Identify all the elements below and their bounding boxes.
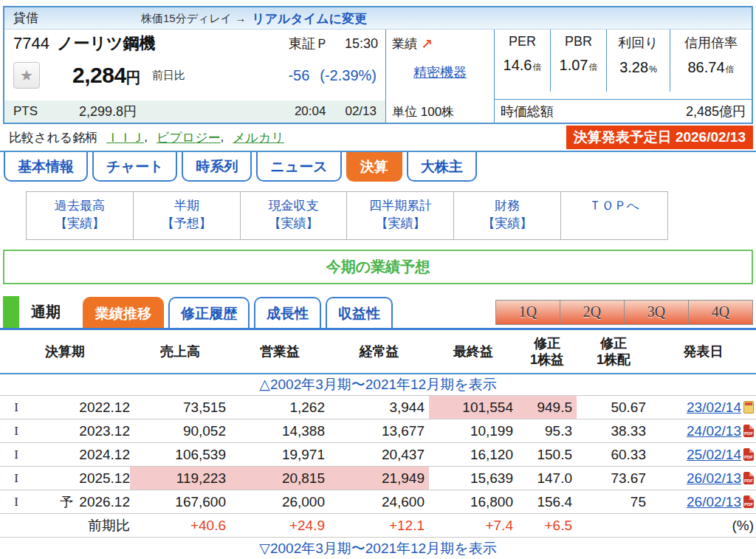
accounting-standard-mark: I [0, 424, 32, 439]
announcement-date-link[interactable]: 23/02/14 [687, 399, 741, 416]
star-icon: ★ [20, 66, 33, 84]
ptab-業績推移[interactable]: 業績推移 [83, 297, 164, 328]
delay-text: 株価15分ディレイ → [141, 12, 246, 26]
table-row: I2025.12119,22320,81521,94915,639147.073… [0, 467, 756, 490]
announcement-date-link[interactable]: 26/02/13 [687, 470, 741, 487]
realtime-switch-link[interactable]: リアルタイムに変更 [252, 10, 367, 27]
tab-時系列[interactable]: 時系列 [182, 152, 252, 182]
announcement-date-link[interactable]: 26/02/13 [687, 494, 741, 510]
compare-link-1[interactable]: ＩＩＪ [106, 129, 144, 146]
compare-link-3[interactable]: メルカリ [233, 129, 284, 146]
value-cell: 14,388 [230, 419, 329, 442]
expand-history-top-link[interactable]: △2002年3月期〜2021年12月期を表示 [259, 375, 496, 394]
performance-row: 業績 ↗ [386, 30, 494, 55]
tab-基本情報[interactable]: 基本情報 [4, 152, 88, 182]
main-tabs: 基本情報チャート時系列ニュース決算大株主 [0, 151, 756, 182]
value-cell: 24,600 [329, 490, 429, 513]
prev-day-label: 前日比 [152, 69, 185, 83]
table-row: I2023.1290,05214,38813,67710,19995.338.3… [0, 419, 756, 443]
submenu-半期[interactable]: 半期【予想】 [134, 192, 241, 239]
quarter-button-1Q[interactable]: 1Q [495, 300, 560, 325]
current-price: 2,284円 [72, 63, 140, 88]
performance-label: 業績 [392, 35, 417, 52]
green-accent-block [3, 296, 19, 328]
metric-label: PBR [565, 34, 592, 49]
submenu-line1: 過去最高 [27, 197, 133, 215]
submenu-line2: 【予想】 [134, 215, 240, 233]
submenu-line2: 【実績】 [241, 215, 347, 233]
submenu-line1: 財務 [454, 197, 560, 215]
delay-group: 株価15分ディレイ → リアルタイムに変更 [141, 7, 367, 30]
announcement-date-link[interactable]: 24/02/13 [687, 423, 741, 439]
period-tabs: 業績推移修正履歴成長性収益性 [83, 297, 393, 328]
metric-unit: 倍 [726, 64, 735, 75]
expand-history-bottom-link[interactable]: ▽2002年3月期〜2021年12月期を表示 [259, 539, 496, 558]
metric-信用倍率: 信用倍率86.74倍 [670, 30, 752, 92]
column-header: 修正 1株益 [518, 330, 577, 373]
pts-price: 2,299.8円 [79, 103, 137, 120]
table-row: I2024.12106,53919,97120,43716,120150.560… [0, 443, 756, 467]
quarter-button-2Q[interactable]: 2Q [560, 300, 625, 325]
ptab-収益性[interactable]: 収益性 [326, 297, 393, 328]
pdf-icon[interactable] [743, 472, 754, 484]
compare-link-2[interactable]: ビプロジー [157, 129, 221, 146]
pdf-icon[interactable] [743, 425, 754, 437]
table-header: 決算期売上高営業益経常益最終益修正 1株益修正 1株配発表日 [0, 330, 756, 374]
tab-決算[interactable]: 決算 [346, 152, 402, 182]
value-cell: 3,944 [329, 396, 429, 419]
value-cell: 19,971 [230, 443, 329, 466]
submenu-現金収支[interactable]: 現金収支【実績】 [241, 192, 348, 239]
ptab-成長性[interactable]: 成長性 [254, 297, 321, 328]
value-cell [577, 514, 650, 537]
tab-大株主[interactable]: 大株主 [407, 152, 477, 182]
metrics: PER14.6倍PBR1.07倍利回り3.28%信用倍率86.74倍 [495, 30, 752, 92]
metric-value: 14.6倍 [504, 57, 542, 74]
tab-チャート[interactable]: チャート [92, 152, 177, 182]
value-cell: +24.9 [230, 514, 329, 537]
accounting-standard-mark: I [0, 400, 32, 415]
value-cell: 73.67 [577, 467, 650, 490]
market-cap-value: 2,485億円 [686, 103, 746, 120]
metric-PBR: PBR1.07倍 [551, 30, 607, 92]
submenu-ＴＯＰへ[interactable]: ＴＯＰへ [561, 192, 667, 239]
tab-ニュース[interactable]: ニュース [256, 152, 341, 182]
sector-link[interactable]: 精密機器 [413, 64, 467, 81]
value-cell: 90,052 [130, 419, 230, 442]
quarter-button-3Q[interactable]: 3Q [624, 300, 689, 325]
pts-row: PTS 2,299.8円 20:04 02/13 [4, 100, 385, 123]
value-cell: 16,800 [429, 490, 518, 513]
value-cell: +7.4 [429, 514, 518, 537]
pts-label: PTS [13, 104, 38, 119]
column-header: 経常益 [329, 330, 429, 373]
period-value: 2024.12 [79, 447, 130, 463]
date-cell: 24/02/13 [650, 423, 756, 439]
metric-label: 利回り [618, 34, 658, 52]
submenu-四半期累計[interactable]: 四半期累計【実績】 [347, 192, 454, 239]
submenu-line1: 四半期累計 [347, 197, 453, 215]
value-cell: 16,120 [429, 443, 518, 466]
quarter-button-4Q[interactable]: 4Q [688, 300, 753, 325]
value-cell: +6.5 [518, 514, 577, 537]
memo-icon[interactable] [743, 401, 754, 414]
metric-PER: PER14.6倍 [495, 30, 551, 92]
metric-label: 信用倍率 [684, 34, 738, 52]
period-tab-row: 通期 業績推移修正履歴成長性収益性 1Q2Q3Q4Q [0, 296, 756, 330]
value-cell: 73,515 [130, 396, 230, 419]
submenu-過去最高[interactable]: 過去最高【実績】 [27, 192, 134, 239]
compare-row: 比較される銘柄 ＩＩＪ,ビプロジー,メルカリ 決算発表予定日 2026/02/1… [0, 124, 756, 151]
market-name: 東証Ｐ [289, 35, 329, 52]
favorite-button[interactable]: ★ [13, 62, 40, 89]
compare-links: ＩＩＪ,ビプロジー,メルカリ [97, 129, 284, 146]
metric-unit: 倍 [588, 62, 597, 72]
value-cell: 20,815 [230, 467, 329, 490]
pdf-icon[interactable] [743, 495, 754, 508]
value-cell: 26,000 [230, 490, 329, 513]
value-cell: 167,600 [130, 490, 230, 513]
value-cell: 95.3 [518, 419, 577, 442]
pdf-icon[interactable] [743, 448, 754, 461]
comma-separator: , [221, 130, 224, 145]
change-percent: (-2.39%) [320, 67, 377, 84]
announcement-date-link[interactable]: 25/02/14 [687, 447, 741, 463]
submenu-財務[interactable]: 財務【実績】 [454, 192, 561, 239]
ptab-修正履歴[interactable]: 修正履歴 [168, 297, 250, 328]
